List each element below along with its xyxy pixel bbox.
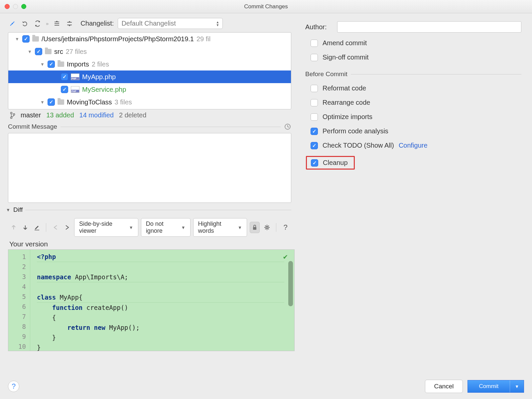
readonly-lock-icon[interactable] xyxy=(250,222,260,233)
cancel-button[interactable]: Cancel xyxy=(425,380,463,393)
checkbox[interactable] xyxy=(311,128,318,135)
author-label: Author: xyxy=(305,23,332,31)
checkbox[interactable] xyxy=(311,99,318,106)
tree-imports-row[interactable]: ▼ Imports 2 files xyxy=(8,58,291,70)
checkbox[interactable] xyxy=(48,98,55,106)
checkbox[interactable] xyxy=(311,54,318,61)
folder-icon xyxy=(45,49,52,54)
dropdown-arrow-icon: ▼ xyxy=(181,225,186,230)
show-diff-icon[interactable] xyxy=(8,19,17,28)
changelist-select[interactable]: Default Changelist ▲▼ xyxy=(118,18,223,29)
prev-diff-icon[interactable] xyxy=(9,222,18,232)
highlight-select[interactable]: Highlight words ▼ xyxy=(193,218,247,237)
before-commit-header: Before Commit xyxy=(305,70,521,78)
disclosure-icon[interactable]: ▼ xyxy=(6,207,11,212)
refresh-icon[interactable] xyxy=(33,19,42,28)
code-token: App\Imports\A; xyxy=(71,273,128,281)
titlebar: Commit Changes xyxy=(0,0,532,13)
help-icon[interactable]: ? xyxy=(281,222,290,232)
changelist-label: Changelist: xyxy=(80,20,114,27)
branch-name: master xyxy=(21,111,41,119)
checkbox[interactable] xyxy=(311,159,318,167)
prev-file-icon[interactable] xyxy=(51,222,60,232)
commit-dialog: Commit Changes » Ch xyxy=(0,0,532,399)
line-number: 2 xyxy=(8,262,26,272)
code-token: MyApp(); xyxy=(105,324,140,331)
scrollbar-thumb[interactable] xyxy=(288,261,293,306)
author-input[interactable] xyxy=(337,21,521,33)
checkbox[interactable] xyxy=(22,35,30,43)
ignore-select[interactable]: Do not ignore ▼ xyxy=(141,218,191,237)
code-token: { xyxy=(37,314,56,321)
amend-commit-row[interactable]: Amend commit xyxy=(305,39,521,47)
svg-rect-11 xyxy=(253,227,256,230)
rearrange-row[interactable]: Rearrange code xyxy=(305,99,521,106)
expand-collapse-icon[interactable] xyxy=(65,19,74,28)
checkbox[interactable] xyxy=(61,73,68,80)
svg-rect-3 xyxy=(56,21,58,22)
commit-message-header: Commit Message xyxy=(0,120,299,133)
disclosure-icon[interactable]: ▼ xyxy=(40,62,45,67)
commit-dropdown-arrow-icon[interactable]: ▼ xyxy=(510,380,524,392)
tree-file-myservice-row[interactable]: MyService.php xyxy=(8,83,291,96)
tree-imports-count: 2 files xyxy=(92,61,109,68)
undo-icon[interactable] xyxy=(21,19,29,28)
tree-src-row[interactable]: ▼ src 27 files xyxy=(8,45,291,58)
commit-button-label: Commit xyxy=(468,380,510,392)
branch-icon xyxy=(10,112,15,119)
cleanup-row[interactable]: Cleanup xyxy=(306,156,355,170)
svg-rect-4 xyxy=(67,22,72,23)
status-modified: 14 modified xyxy=(79,111,114,119)
toolbar-overflow-icon[interactable]: » xyxy=(46,21,49,26)
disclosure-icon[interactable]: ▼ xyxy=(28,49,32,54)
optimize-row[interactable]: Optimize imports xyxy=(305,113,521,121)
line-number: 3 xyxy=(8,272,26,282)
checkbox[interactable] xyxy=(61,86,68,93)
ignore-value: Do not ignore xyxy=(146,220,177,234)
checkbox[interactable] xyxy=(311,85,318,92)
tree-root-row[interactable]: ▼ /Users/jetbrains/PhpstormProjects/PhpS… xyxy=(8,33,291,45)
checkbox[interactable] xyxy=(311,142,318,149)
configure-link[interactable]: Configure xyxy=(399,142,428,149)
analysis-row[interactable]: Perform code analysis xyxy=(305,127,521,135)
commit-message-input[interactable] xyxy=(8,133,291,203)
view-mode-select[interactable]: Side-by-side viewer ▼ xyxy=(74,218,138,237)
tree-moving-row[interactable]: ▼ MovingToClass 3 files xyxy=(8,96,291,108)
close-window-button[interactable] xyxy=(5,4,10,9)
zoom-window-button[interactable] xyxy=(21,4,26,9)
svg-rect-1 xyxy=(55,23,59,24)
checkbox[interactable] xyxy=(311,113,318,121)
code-diff-viewer[interactable]: 1 2 3 4 5 6 7 8 9 10 <?php namespace App… xyxy=(8,249,295,351)
code-token: function xyxy=(37,304,82,311)
window-title: Commit Changes xyxy=(244,3,288,10)
checkbox[interactable] xyxy=(48,61,55,68)
commit-button[interactable]: Commit ▼ xyxy=(467,380,524,393)
php-file-icon xyxy=(71,86,79,93)
checkbox[interactable] xyxy=(311,40,318,47)
reformat-row[interactable]: Reformat code xyxy=(305,84,521,92)
code-token: MyApp{ xyxy=(56,294,82,301)
history-icon[interactable] xyxy=(284,123,291,130)
tree-imports-label: Imports xyxy=(67,61,89,68)
edit-icon[interactable] xyxy=(33,222,42,232)
line-number: 4 xyxy=(8,282,26,292)
disclosure-icon[interactable]: ▼ xyxy=(15,37,20,42)
settings-gear-icon[interactable] xyxy=(262,222,271,232)
tree-file-myapp-row[interactable]: MyApp.php xyxy=(8,70,291,83)
checkbox[interactable] xyxy=(35,48,42,55)
rearrange-label: Rearrange code xyxy=(323,99,370,106)
svg-rect-5 xyxy=(67,25,72,25)
help-button[interactable]: ? xyxy=(8,381,19,392)
next-diff-icon[interactable] xyxy=(21,222,30,232)
group-icon[interactable] xyxy=(53,19,61,28)
php-file-icon xyxy=(71,73,79,80)
disclosure-icon[interactable]: ▼ xyxy=(40,100,45,105)
todo-row[interactable]: Check TODO (Show All) Configure xyxy=(305,142,521,149)
minimize-window-button[interactable] xyxy=(13,4,18,9)
signoff-commit-row[interactable]: Sign-off commit xyxy=(305,54,521,61)
folder-icon xyxy=(32,36,39,42)
next-file-icon[interactable] xyxy=(63,222,71,232)
todo-label: Check TODO (Show All) xyxy=(323,142,394,149)
file-tree[interactable]: ▼ /Users/jetbrains/PhpstormProjects/PhpS… xyxy=(8,32,291,109)
line-number: 5 xyxy=(8,292,26,302)
